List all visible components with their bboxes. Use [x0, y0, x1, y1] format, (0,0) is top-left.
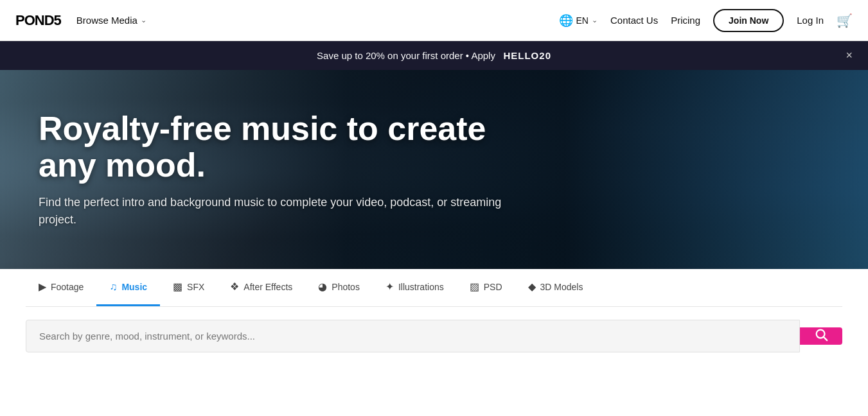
nav-right: 🌐 EN ⌄ Contact Us Pricing Join Now Log I… — [559, 9, 853, 32]
tab-psd-label: PSD — [484, 282, 502, 292]
pricing-link[interactable]: Pricing — [671, 15, 700, 26]
search-icon — [814, 327, 828, 345]
contact-us-link[interactable]: Contact Us — [610, 15, 658, 26]
cart-icon[interactable]: 🛒 — [837, 13, 853, 28]
tab-after-effects[interactable]: ❖ After Effects — [217, 269, 305, 306]
footage-icon: ▶ — [39, 281, 46, 293]
lang-chevron-icon: ⌄ — [592, 16, 598, 24]
tab-sfx[interactable]: ▩ SFX — [160, 269, 217, 306]
hero-section: Royalty-free music to create any mood. F… — [0, 70, 868, 269]
chevron-down-icon: ⌄ — [141, 16, 146, 24]
promo-banner: Save up to 20% on your first order • App… — [0, 41, 868, 70]
language-selector[interactable]: 🌐 EN ⌄ — [559, 13, 598, 28]
logo[interactable]: POND5 — [15, 12, 61, 29]
join-now-button[interactable]: Join Now — [713, 9, 784, 32]
tab-photos[interactable]: ◕ Photos — [305, 269, 373, 306]
promo-message: Save up to 20% on your first order • App… — [317, 50, 495, 61]
search-panel: ▶ Footage ♫ Music ▩ SFX ❖ After Effects … — [0, 269, 868, 365]
3d-models-icon: ◆ — [528, 281, 536, 293]
tab-footage-label: Footage — [51, 282, 84, 292]
tab-3d-models-label: 3D Models — [540, 282, 583, 292]
promo-close-button[interactable]: × — [846, 49, 853, 62]
tab-photos-label: Photos — [332, 282, 360, 292]
hero-content: Royalty-free music to create any mood. F… — [0, 110, 578, 229]
globe-icon: 🌐 — [559, 13, 573, 28]
psd-icon: ▨ — [470, 281, 479, 293]
hero-subtitle: Find the perfect intro and background mu… — [39, 194, 540, 229]
browse-media-label: Browse Media — [76, 15, 137, 26]
svg-line-1 — [824, 337, 827, 340]
search-input[interactable] — [26, 320, 799, 352]
illustrations-icon: ✦ — [385, 281, 394, 293]
search-button[interactable] — [800, 327, 842, 345]
tab-music-label: Music — [121, 282, 147, 292]
media-type-tabs: ▶ Footage ♫ Music ▩ SFX ❖ After Effects … — [26, 269, 842, 307]
tab-footage[interactable]: ▶ Footage — [26, 269, 96, 306]
tab-illustrations[interactable]: ✦ Illustrations — [373, 269, 457, 306]
tab-after-effects-label: After Effects — [244, 282, 292, 292]
tab-music[interactable]: ♫ Music — [96, 269, 160, 306]
browse-media-menu[interactable]: Browse Media ⌄ — [76, 15, 146, 26]
promo-text: Save up to 20% on your first order • App… — [317, 50, 551, 61]
navbar: POND5 Browse Media ⌄ 🌐 EN ⌄ Contact Us P… — [0, 0, 868, 41]
tab-illustrations-label: Illustrations — [398, 282, 444, 292]
search-bar-row — [26, 307, 842, 365]
photos-icon: ◕ — [318, 281, 327, 293]
hero-title: Royalty-free music to create any mood. — [39, 110, 540, 184]
search-input-wrap — [26, 320, 800, 352]
after-effects-icon: ❖ — [230, 281, 239, 293]
tab-psd[interactable]: ▨ PSD — [457, 269, 515, 306]
music-icon: ♫ — [109, 281, 117, 293]
tab-sfx-label: SFX — [187, 282, 204, 292]
promo-code: HELLO20 — [503, 50, 551, 61]
tab-3d-models[interactable]: ◆ 3D Models — [515, 269, 596, 306]
lang-label: EN — [576, 15, 589, 26]
log-in-link[interactable]: Log In — [797, 15, 824, 26]
sfx-icon: ▩ — [173, 281, 182, 293]
